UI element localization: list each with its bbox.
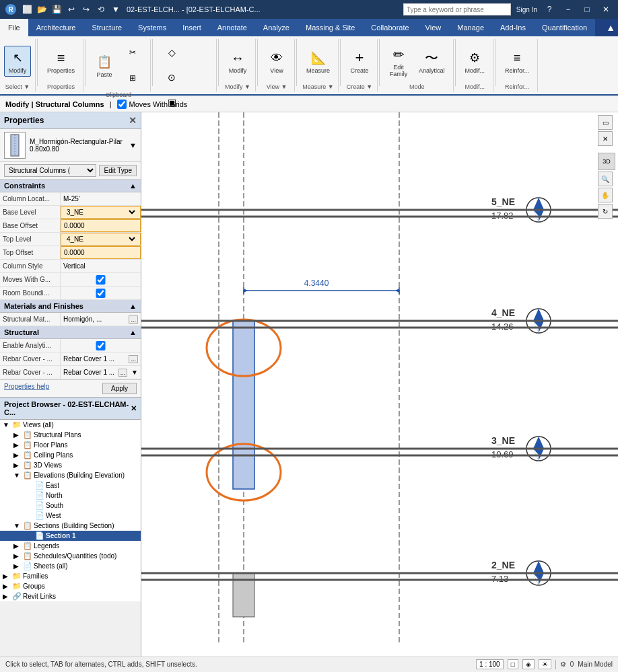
tree-toggle-sections[interactable]: ▼ [13, 522, 23, 529]
top-offset-input[interactable] [64, 249, 137, 256]
tree-item-north[interactable]: 📄 North [0, 490, 141, 500]
top-level-select[interactable]: 4_NE5_NE3_NE [64, 235, 137, 244]
project-browser-close-btn[interactable]: ✕ [131, 404, 137, 413]
tree-item-south[interactable]: 📄 South [0, 500, 141, 511]
rebar-cover-1-browse-btn[interactable]: ... [129, 355, 138, 363]
more-qa-button[interactable]: ▼ [109, 3, 123, 16]
tree-item-3d-views[interactable]: ▶ 📋 3D Views [0, 460, 141, 470]
tree-item-structural-plans[interactable]: ▶ 📋 Structural Plans [0, 430, 141, 440]
tab-view[interactable]: View [417, 19, 450, 36]
pan-btn[interactable]: ✋ [598, 188, 613, 202]
materials-section-header[interactable]: Materials and Finishes ▲ [0, 300, 141, 313]
save-button[interactable]: 💾 [50, 3, 63, 16]
tree-toggle-floor-plans[interactable]: ▶ [13, 441, 23, 449]
tree-toggle-revit-links[interactable]: ▶ [3, 593, 12, 600]
tab-file[interactable]: File [0, 19, 28, 36]
properties-close-btn[interactable]: ✕ [129, 115, 137, 126]
tree-item-groups[interactable]: ▶ 📁 Groups [0, 581, 141, 591]
properties-btn[interactable]: ≡ Properties [43, 46, 79, 77]
tree-toggle-families[interactable]: ▶ [3, 572, 12, 580]
redo-button[interactable]: ↪ [79, 3, 93, 16]
edit-family-btn[interactable]: ✏ EditFamily [385, 42, 412, 80]
tree-item-views-all[interactable]: ▼ 📁 Views (all) [0, 420, 141, 430]
copy-btn[interactable]: ⊞ [119, 66, 146, 90]
moves-with-grids-prop-checkbox[interactable] [63, 275, 138, 285]
tree-toggle-3d-views[interactable]: ▶ [13, 461, 23, 469]
prop-value-top-offset[interactable] [61, 246, 141, 259]
open-button[interactable]: 📂 [35, 3, 48, 16]
prop-value-enable-analytical[interactable] [61, 339, 141, 352]
instance-type-select[interactable]: Structural Columns ( [4, 164, 96, 177]
apply-button[interactable]: Apply [102, 383, 137, 394]
geo-btn1[interactable]: ◇ [158, 40, 185, 65]
prop-value-moves-with-grids[interactable] [61, 273, 141, 286]
analytical-btn[interactable]: 〜 Analytical [415, 46, 449, 77]
base-level-select[interactable]: 3_NE4_NE2_NE [64, 208, 137, 217]
keyword-search-input[interactable] [403, 3, 511, 15]
zoom-btn[interactable]: 🔍 [598, 172, 613, 186]
close-button[interactable]: ✕ [599, 3, 613, 16]
sun-btn[interactable]: ☀ [539, 659, 551, 669]
tree-toggle-structural-plans[interactable]: ▶ [13, 431, 23, 439]
cut-btn[interactable]: ✂ [119, 40, 146, 65]
modify-btn[interactable]: ↖ Modify [4, 46, 31, 77]
tree-item-west[interactable]: 📄 West [0, 511, 141, 521]
enable-analytical-checkbox[interactable] [63, 341, 138, 350]
tab-massing[interactable]: Massing & Site [298, 19, 363, 36]
paste-btn[interactable]: 📋 Paste [91, 50, 118, 81]
modify-tool-btn[interactable]: ↔ Modify [224, 46, 251, 77]
close-view-btn[interactable]: ✕ [598, 131, 613, 146]
tab-structure[interactable]: Structure [83, 19, 130, 36]
prop-value-room-boundary[interactable] [61, 287, 141, 299]
undo-button[interactable]: ↩ [65, 3, 78, 16]
view-cube-btn[interactable]: 3D [598, 153, 615, 170]
canvas-area[interactable]: 4.3440 5_NE 17.82 4_NE 14.26 3_NE 10.69 [141, 112, 618, 657]
help-button[interactable]: ? [543, 3, 556, 16]
tree-item-elevations[interactable]: ▼ 📋 Elevations (Building Elevation) [0, 470, 141, 480]
tree-item-ceiling-plans[interactable]: ▶ 📋 Ceiling Plans [0, 450, 141, 460]
visual-style-btn[interactable]: ◈ [522, 659, 535, 669]
prop-value-base-offset[interactable] [61, 219, 141, 232]
moves-with-grids-checkbox[interactable] [117, 100, 127, 109]
material-browse-btn[interactable]: ... [129, 315, 138, 324]
tab-annotate[interactable]: Annotate [209, 19, 255, 36]
tree-toggle-ceiling-plans[interactable]: ▶ [13, 451, 23, 459]
tree-item-sheets[interactable]: ▶ 📄 Sheets (all) [0, 561, 141, 571]
tab-quantification[interactable]: Quantification [534, 19, 595, 36]
room-boundary-checkbox[interactable] [63, 289, 138, 298]
properties-help-link[interactable]: Properties help [4, 383, 49, 394]
tab-insert[interactable]: Insert [174, 19, 209, 36]
tab-architecture[interactable]: Architecture [28, 19, 84, 36]
constraints-section-header[interactable]: Constraints ▲ [0, 180, 141, 192]
reinfor-btn[interactable]: ≡ Reinfor... [501, 46, 533, 77]
tree-item-sections[interactable]: ▼ 📋 Sections (Building Section) [0, 521, 141, 531]
restore-window-btn[interactable]: ▭ [598, 115, 613, 130]
rotate-btn[interactable]: ↻ [598, 204, 613, 219]
structural-section-header[interactable]: Structural ▲ [0, 326, 141, 339]
tree-item-section1[interactable]: 📄 Section 1 [0, 531, 141, 541]
edit-type-button[interactable]: Edit Type [99, 165, 137, 176]
tab-analyze[interactable]: Analyze [255, 19, 298, 36]
measure-btn[interactable]: 📐 Measure [302, 46, 334, 77]
modif-btn[interactable]: ⚙ Modif... [461, 46, 489, 77]
tree-toggle-views-all[interactable]: ▼ [3, 421, 12, 428]
tab-manage[interactable]: Manage [449, 19, 492, 36]
new-button[interactable]: ⬜ [20, 3, 34, 16]
geo-btn2[interactable]: ⊙ [158, 65, 185, 89]
tab-systems[interactable]: Systems [130, 19, 174, 36]
tab-collaborate[interactable]: Collaborate [363, 19, 417, 36]
prop-value-top-level[interactable]: 4_NE5_NE3_NE [61, 233, 141, 246]
sign-in-link[interactable]: Sign In [516, 6, 537, 13]
tree-toggle-elevations[interactable]: ▼ [13, 472, 23, 479]
tab-addins[interactable]: Add-Ins [492, 19, 534, 36]
tree-item-families[interactable]: ▶ 📁 Families [0, 571, 141, 581]
scale-button[interactable]: 1 : 100 [476, 659, 504, 669]
sync-button[interactable]: ⟲ [94, 3, 108, 16]
tree-toggle-groups[interactable]: ▶ [3, 583, 12, 590]
prop-value-base-level[interactable]: 3_NE4_NE2_NE [61, 206, 141, 219]
maximize-button[interactable]: □ [580, 3, 594, 16]
tree-item-revit-links[interactable]: ▶ 🔗 Revit Links [0, 591, 141, 601]
tree-toggle-sheets[interactable]: ▶ [13, 562, 23, 570]
tree-item-floor-plans[interactable]: ▶ 📋 Floor Plans [0, 440, 141, 450]
tree-item-schedules[interactable]: ▶ 📋 Schedules/Quantities (todo) [0, 551, 141, 561]
